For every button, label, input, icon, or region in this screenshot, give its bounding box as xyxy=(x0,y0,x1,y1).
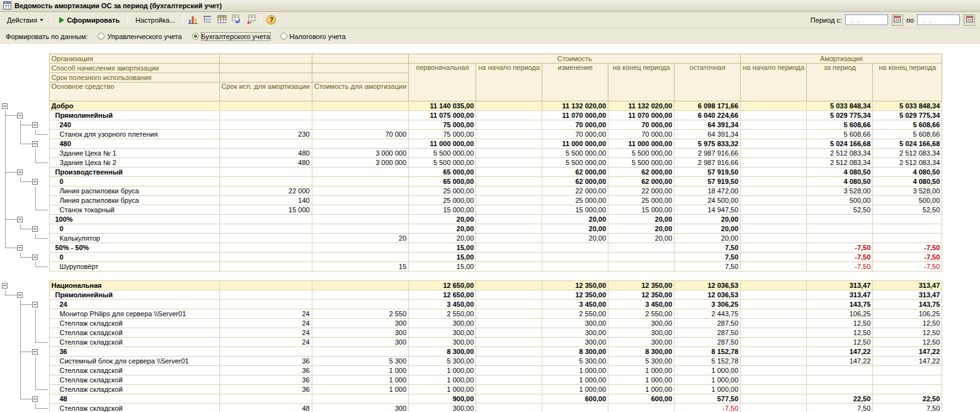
collapse-box[interactable]: − xyxy=(32,179,38,185)
cell-value xyxy=(741,205,807,215)
tree-gutter-cell xyxy=(0,149,49,158)
settings-button[interactable]: Настройка... xyxy=(131,14,179,26)
chart-button[interactable] xyxy=(186,13,200,26)
cell-value: 1 000,00 xyxy=(608,366,675,375)
cell-value: 577,50 xyxy=(675,394,741,404)
cell-cost-for-depreciation: 15 xyxy=(312,262,409,272)
collapse-box[interactable]: − xyxy=(17,245,23,251)
row-name-cell: Шуруповёрт xyxy=(49,262,219,272)
collapse-box[interactable]: − xyxy=(32,396,38,402)
tree-line xyxy=(20,144,33,144)
tree-line xyxy=(35,196,36,205)
table-row: Шуруповёрт1515,007,50-7,50-7,50 xyxy=(0,262,942,272)
cell-value xyxy=(476,149,542,158)
generate-button[interactable]: Сформировать xyxy=(55,14,124,26)
cell-value xyxy=(476,328,542,338)
collapse-box[interactable]: − xyxy=(32,226,38,232)
period-from-label: Период с: xyxy=(811,16,842,24)
cell-term xyxy=(219,215,312,224)
header-cost-begin: на начало периода xyxy=(476,64,542,101)
cell-value: 5 975 833,32 xyxy=(675,139,741,149)
tree-gutter-cell: − xyxy=(0,215,49,224)
help-button[interactable]: ? xyxy=(265,13,278,26)
period-to-input[interactable] xyxy=(917,14,960,25)
radio-label: Налогового учета xyxy=(290,33,346,40)
cell-value: 15 000,00 xyxy=(409,205,476,215)
cell-value: 1 000,00 xyxy=(542,366,608,375)
collapse-box[interactable]: − xyxy=(17,113,23,118)
cell-value: 5 029 775,34 xyxy=(807,111,873,120)
report-table-header: Организация Стоимость Амортизация Способ… xyxy=(0,54,942,101)
cell-value: -7,50 xyxy=(675,404,741,412)
cell-value: 3 306,25 xyxy=(675,300,741,309)
tree-gutter-cell xyxy=(0,357,49,366)
tree-gutter-cell: − xyxy=(0,300,49,309)
collapse-box[interactable]: − xyxy=(2,283,8,289)
cell-value xyxy=(476,338,542,347)
cell-value: 12,50 xyxy=(807,319,873,328)
collapse-box[interactable]: − xyxy=(17,217,23,222)
cell-value: -7,50 xyxy=(807,253,873,262)
tree-gutter-cell xyxy=(0,262,49,272)
radio-tax-accounting[interactable]: Налогового учета xyxy=(280,33,346,40)
period-controls: Период с: по xyxy=(811,14,977,26)
cell-value: 2 512 083,34 xyxy=(873,149,942,158)
row-name-cell: Добро xyxy=(49,101,219,111)
collapse-box[interactable]: − xyxy=(17,292,23,298)
cell-term xyxy=(219,262,312,272)
cell-value: 11 140 035,00 xyxy=(409,101,476,111)
cell-term: 15 000 xyxy=(219,205,312,215)
cell-value xyxy=(476,347,542,357)
collapse-box[interactable]: − xyxy=(32,255,38,260)
cell-value xyxy=(741,158,807,168)
collapse-box[interactable]: − xyxy=(32,349,38,355)
table-grid-button[interactable] xyxy=(215,13,229,26)
cell-value: 65 000,00 xyxy=(409,177,476,186)
collapse-box[interactable]: − xyxy=(32,141,38,147)
save-table-icon xyxy=(232,14,241,25)
cell-value: 11 000 000,00 xyxy=(542,139,608,149)
cell-value: 5 608,66 xyxy=(873,120,942,130)
cell-value: 20,00 xyxy=(409,224,476,234)
table-row: −Прямолинейный12 650,0012 350,0012 350,0… xyxy=(0,290,942,300)
cell-value: 5 500 000,00 xyxy=(608,158,675,168)
save-table-button[interactable] xyxy=(230,13,243,26)
tree-line xyxy=(5,120,6,130)
cell-term xyxy=(219,253,312,262)
table-row: Станок для узорного плетения23070 00075 … xyxy=(0,130,942,139)
cell-value xyxy=(741,394,807,404)
actions-label: Действия xyxy=(7,16,37,24)
tree-line xyxy=(35,186,36,196)
cell-term xyxy=(219,168,312,177)
cell-value: 2 443,75 xyxy=(675,309,741,319)
tree-line xyxy=(5,115,18,116)
tree-line xyxy=(20,375,21,385)
header-useful-life: Срок полезного использования xyxy=(49,73,219,83)
cell-value: 15 000,00 xyxy=(542,205,608,215)
tree-line xyxy=(20,399,33,399)
collapse-box[interactable]: − xyxy=(17,169,23,175)
radio-circle-icon xyxy=(280,33,287,40)
tree-gutter-cell xyxy=(0,186,49,196)
period-from-input[interactable] xyxy=(845,14,888,25)
period-to-picker-button[interactable] xyxy=(964,14,975,26)
grouping-levels-button[interactable] xyxy=(201,13,214,26)
table-row: Системный блок для сервера \\Server01365… xyxy=(0,357,942,366)
tree-gutter-cell: − xyxy=(0,394,49,404)
period-from-picker-button[interactable] xyxy=(892,14,903,26)
load-table-button[interactable] xyxy=(244,13,258,26)
report-area: Организация Стоимость Амортизация Способ… xyxy=(0,44,980,412)
cell-value: 3 450,00 xyxy=(542,300,608,309)
radio-label: Управленческого учета xyxy=(107,33,181,40)
collapse-box[interactable]: − xyxy=(32,122,38,128)
tree-gutter-cell: − xyxy=(0,177,49,186)
radio-accounting[interactable]: Бухгалтерского учета xyxy=(192,33,270,40)
tree-line xyxy=(5,139,6,149)
radio-circle-icon xyxy=(192,33,199,40)
collapse-box[interactable]: − xyxy=(32,302,38,307)
cell-cost-for-depreciation xyxy=(312,139,409,149)
collapse-box[interactable]: − xyxy=(2,103,8,109)
radio-management-accounting[interactable]: Управленческого учета xyxy=(98,33,181,40)
actions-button[interactable]: Действия xyxy=(3,14,48,26)
row-name-cell: Национальная xyxy=(49,281,219,290)
